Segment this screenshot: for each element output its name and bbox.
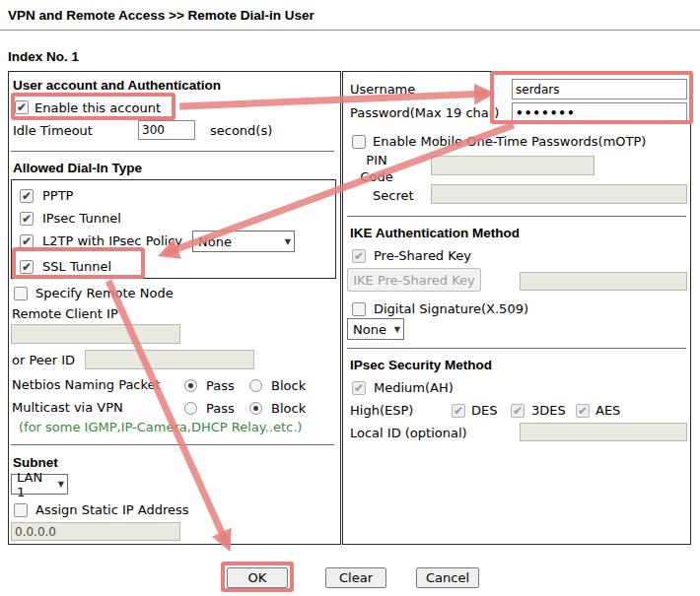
check-icon: ✔: [21, 190, 33, 202]
username-input[interactable]: [512, 79, 687, 99]
pptp-label: PPTP: [42, 188, 73, 204]
multicast-block-label: Block: [271, 401, 306, 417]
netbios-pass-label: Pass: [206, 378, 235, 394]
pin-code-label-line2: Code: [348, 168, 405, 185]
check-icon: ✔: [21, 261, 33, 273]
check-icon: ✔: [21, 213, 33, 225]
motp-checkbox[interactable]: [352, 135, 366, 149]
dropdown-arrow-icon: ▼: [285, 237, 291, 246]
check-icon: ✔: [512, 405, 524, 417]
multicast-label: Multicast via VPN: [12, 400, 123, 416]
preshared-key-label: Pre-Shared Key: [374, 248, 471, 264]
ssl-tunnel-label: SSL Tunnel: [42, 259, 111, 275]
specify-remote-node-label: Specify Remote Node: [35, 286, 174, 301]
ssl-tunnel-checkbox[interactable]: ✔: [20, 260, 34, 274]
cancel-button[interactable]: Cancel: [416, 567, 479, 588]
clear-button[interactable]: Clear: [325, 567, 386, 588]
medium-ah-label: Medium(AH): [374, 380, 454, 396]
breadcrumb: VPN and Remote Access >> Remote Dial-in …: [8, 8, 315, 23]
multicast-note: (for some IGMP,IP-Camera,DHCP Relay..etc…: [19, 420, 302, 435]
netbios-pass-radio[interactable]: [184, 379, 197, 392]
l2tp-policy-select[interactable]: None ▼: [192, 231, 295, 252]
preshared-key-checkbox: ✔: [352, 249, 366, 263]
medium-ah-checkbox: ✔: [352, 381, 366, 395]
3des-checkbox: ✔: [511, 404, 525, 418]
multicast-pass-label: Pass: [206, 401, 235, 417]
check-icon: ✔: [353, 382, 365, 394]
ike-section-title: IKE Authentication Method: [350, 226, 520, 241]
right-panel: Username Password(Max 19 char) Enable Mo…: [342, 71, 691, 545]
check-icon: ✔: [453, 405, 464, 417]
ok-button[interactable]: OK: [227, 567, 288, 588]
multicast-pass-radio[interactable]: [184, 402, 197, 415]
aes-label: AES: [595, 403, 620, 419]
digital-signature-label: Digital Signature(X.509): [374, 301, 528, 317]
or-peer-id-label: or Peer ID: [12, 353, 75, 368]
static-ip-input: [11, 522, 180, 541]
high-esp-label: High(ESP): [350, 403, 413, 419]
specify-remote-node-checkbox[interactable]: [14, 287, 28, 300]
check-icon: ✔: [21, 235, 33, 247]
password-label: Password(Max 19 char): [350, 105, 499, 121]
account-section-title: User account and Authentication: [13, 78, 221, 94]
l2tp-label: L2TP with IPsec Policy: [42, 233, 182, 249]
remote-dialin-user-page: VPN and Remote Access >> Remote Dial-in …: [0, 0, 700, 596]
motp-label: Enable Mobile One-Time Passwords(mOTP): [373, 134, 646, 150]
des-label: DES: [471, 403, 497, 419]
remote-client-ip-input: [11, 324, 180, 344]
netbios-label: Netbios Naming Packet: [12, 377, 161, 393]
l2tp-policy-value: None: [198, 234, 232, 249]
subnet-value: LAN 1: [17, 470, 54, 499]
section-divider: [347, 216, 686, 217]
l2tp-checkbox[interactable]: ✔: [20, 234, 34, 248]
x509-profile-select[interactable]: None ▼: [347, 318, 404, 340]
ike-psk-input: [520, 272, 687, 291]
subnet-select[interactable]: LAN 1 ▼: [11, 474, 68, 495]
netbios-block-label: Block: [271, 378, 306, 394]
assign-static-ip-checkbox[interactable]: [14, 503, 28, 517]
netbios-block-radio[interactable]: [249, 379, 262, 392]
section-divider: [11, 151, 334, 152]
dropdown-arrow-icon: ▼: [58, 480, 64, 489]
check-icon: ✔: [353, 250, 365, 262]
digital-signature-checkbox[interactable]: [352, 302, 366, 316]
assign-static-ip-label: Assign Static IP Address: [35, 502, 189, 518]
pptp-checkbox[interactable]: ✔: [20, 189, 34, 203]
ipsec-tunnel-checkbox[interactable]: ✔: [20, 212, 34, 226]
secret-input: [431, 184, 687, 204]
idle-timeout-unit: second(s): [210, 123, 272, 139]
index-label: Index No. 1: [8, 49, 79, 65]
enable-account-checkbox[interactable]: ✔: [15, 100, 29, 114]
multicast-block-radio[interactable]: [249, 402, 262, 415]
peer-id-input: [85, 350, 254, 369]
remote-client-ip-label: Remote Client IP: [12, 306, 118, 322]
local-id-input: [520, 423, 687, 441]
check-icon: ✔: [16, 101, 28, 113]
username-label: Username: [350, 82, 415, 98]
aes-checkbox: ✔: [576, 404, 590, 418]
idle-timeout-label: Idle Timeout: [13, 123, 93, 139]
idle-timeout-input[interactable]: [138, 120, 195, 140]
password-input[interactable]: [512, 102, 687, 123]
check-icon: ✔: [577, 405, 589, 417]
local-id-label: Local ID (optional): [350, 426, 467, 441]
pin-code-input: [431, 156, 595, 175]
pin-code-label: PIN Code: [348, 152, 405, 185]
secret-label: Secret: [373, 188, 414, 204]
ipsec-tunnel-label: IPsec Tunnel: [42, 211, 121, 227]
section-divider: [11, 444, 334, 445]
left-panel: User account and Authentication ✔ Enable…: [8, 71, 341, 545]
x509-profile-value: None: [353, 322, 386, 337]
ike-psk-button: IKE Pre-Shared Key: [347, 268, 481, 292]
section-divider: [347, 348, 686, 349]
3des-label: 3DES: [531, 403, 566, 419]
ipsec-section-title: IPsec Security Method: [350, 358, 492, 373]
pin-code-label-line1: PIN: [348, 152, 405, 168]
enable-account-label: Enable this account: [35, 100, 161, 116]
des-checkbox: ✔: [452, 404, 465, 418]
header-divider: [0, 30, 700, 31]
dropdown-arrow-icon: ▼: [394, 325, 400, 334]
dialin-section-title: Allowed Dial-In Type: [13, 161, 142, 176]
